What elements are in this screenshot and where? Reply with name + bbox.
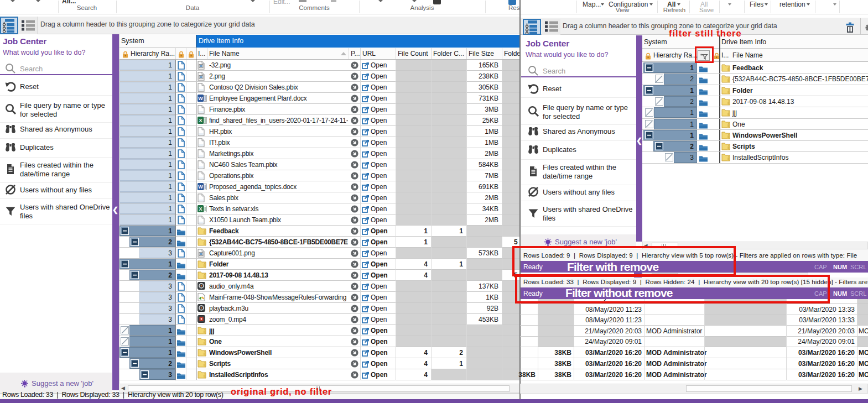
svg-text:W: W <box>198 184 203 190</box>
svg-text:X: X <box>199 206 202 212</box>
svg-text:W: W <box>198 96 203 101</box>
svg-text:X: X <box>199 118 202 123</box>
